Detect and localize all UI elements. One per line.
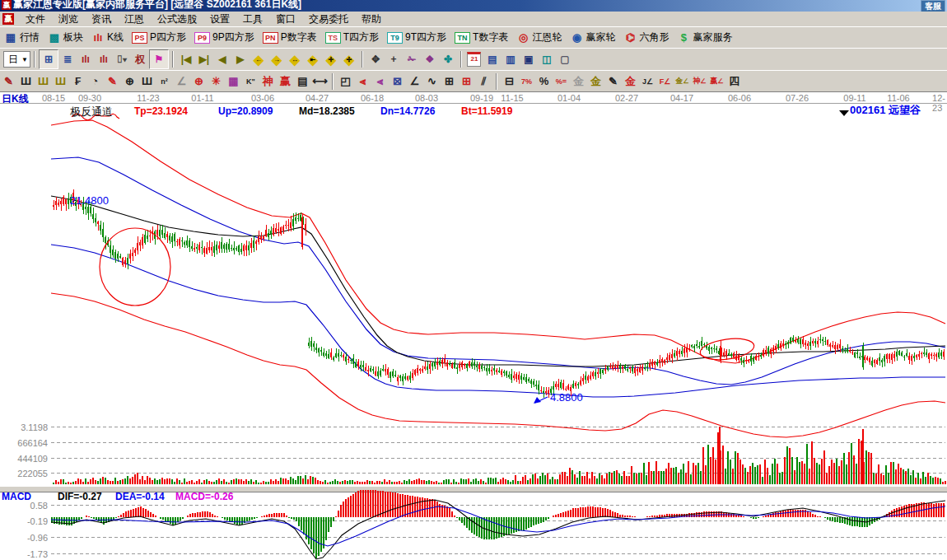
notes-button[interactable]: ▥	[501, 50, 520, 68]
flags-button[interactable]: ⚑	[149, 49, 169, 69]
menu-item-gann[interactable]: 江恩	[118, 12, 151, 27]
menu-item-news[interactable]: 资讯	[85, 12, 118, 27]
bars-9-button[interactable]: ılı	[95, 50, 113, 68]
grid-red-button[interactable]: ⊞	[458, 72, 475, 90]
degree-circle-button[interactable]: ⊕	[121, 72, 138, 90]
shen-angle-button[interactable]: 神∠	[691, 72, 708, 90]
toolbar-button-gann-wheel[interactable]: ◎江恩轮	[512, 29, 566, 47]
menu-item-file[interactable]: 文件	[19, 12, 52, 27]
seven-pct-button[interactable]: 7%	[518, 72, 535, 90]
menu-item-trade[interactable]: 交易委托	[302, 12, 355, 27]
grid-box-button[interactable]: ▦	[225, 72, 242, 90]
cut-tool-button[interactable]: ✁	[403, 50, 421, 68]
grid-black-button[interactable]: ⊞	[441, 72, 458, 90]
span-arrow-button[interactable]: ⟷	[311, 72, 329, 90]
angle-ghost-button[interactable]: ∠	[173, 72, 190, 90]
toolbar-button-9t-square[interactable]: T99T四方形	[383, 29, 450, 47]
crosshair-tool-button[interactable]: +	[385, 50, 403, 68]
chart-area[interactable]: 日K线 极反通道 002161 远望谷 08-1509-3011-2301-11…	[0, 91, 947, 560]
slant-lines-button[interactable]: ⫽	[475, 72, 492, 90]
toolbar-button-winner-service[interactable]: $赢家服务	[673, 29, 736, 47]
last-bar-button[interactable]: ▶|	[195, 50, 213, 68]
pen-black-button[interactable]: ✎	[604, 72, 622, 90]
shen-ruler-button[interactable]: 神	[259, 72, 277, 90]
red-fan-button[interactable]: ⪡	[354, 72, 371, 90]
gold-circle-button[interactable]: 金	[570, 72, 587, 90]
red-circle-button[interactable]: ⊕	[190, 72, 208, 90]
pct-lines-button[interactable]: %=	[553, 72, 570, 90]
scale-button[interactable]: ⊟	[501, 72, 518, 90]
gann-pavilion-button[interactable]: ❖	[421, 50, 439, 68]
net-update-button[interactable]: ◫	[538, 50, 556, 68]
gold-angle-button[interactable]: 金∠	[674, 72, 691, 90]
t-table-icon: TN	[455, 32, 470, 44]
zoom-horizontal-button[interactable]: ◆↔	[286, 50, 304, 68]
pct-button[interactable]: %	[535, 72, 553, 90]
n2-button[interactable]: n²	[156, 72, 173, 90]
period-selector[interactable]: 日 ▼	[3, 51, 30, 68]
expand-button[interactable]: ◆✛	[322, 50, 340, 68]
remote-pc-button[interactable]: ▢	[556, 50, 574, 68]
fit-all-button[interactable]: ◆✢	[340, 50, 358, 68]
toolbar-button-sectors[interactable]: ▩板块	[44, 29, 87, 47]
red-pen-button[interactable]: ✎	[104, 72, 121, 90]
toolbar-button-t-table[interactable]: TNT数字表	[450, 29, 512, 47]
toolbar-button-p-square[interactable]: PSP四方形	[128, 29, 190, 47]
toolbar-button-market-quotes[interactable]: ▦行情	[0, 29, 44, 47]
toolbar-button-winner-wheel[interactable]: ◉赢家轮	[566, 29, 619, 47]
n2-icon: n²	[161, 77, 168, 86]
next-bar-button[interactable]: ▶	[231, 50, 250, 68]
fibo-ruler-button[interactable]: ₣	[69, 72, 86, 90]
toolbar-button-t-square[interactable]: TST四方形	[321, 29, 383, 47]
j-angle-button[interactable]: J∠	[639, 72, 656, 90]
shift-left-button[interactable]: ◆←	[250, 50, 268, 68]
toolbar-button-hexagon[interactable]: ⌬六角形	[619, 29, 673, 47]
menu-item-browse[interactable]: 浏览	[52, 12, 85, 27]
quote-list-button[interactable]: ≣	[58, 50, 77, 68]
grid-123-button[interactable]: ▤	[294, 72, 311, 90]
gann-web-button[interactable]: ✤	[439, 50, 457, 68]
k-quote-button[interactable]: K"	[242, 72, 259, 90]
gold-ruler-1-button[interactable]: Ш	[35, 72, 52, 90]
main-window-button[interactable]: ⊞	[39, 49, 58, 69]
purple-fan-button[interactable]: ⪡	[371, 72, 389, 90]
compress-button[interactable]: ◆⇤	[304, 50, 322, 68]
angle-lines-button[interactable]: ∠	[406, 72, 423, 90]
adjust-rights-button[interactable]: 权	[131, 50, 149, 68]
box-corner-button[interactable]: ◰	[337, 72, 354, 90]
comb-button[interactable]: Ш	[138, 72, 156, 90]
menu-item-formula-picker[interactable]: 公式选股	[151, 12, 203, 27]
si-button[interactable]: 四	[725, 72, 743, 90]
toolbar-button-kline-chart[interactable]: ılıK线	[87, 29, 128, 47]
calendar-button[interactable]: 21	[465, 50, 483, 68]
ying-ruler-button[interactable]: 赢	[277, 72, 294, 90]
time-ruler-button[interactable]: Ш	[17, 72, 35, 90]
menu-item-window[interactable]: 窗口	[269, 12, 302, 27]
spiral-button[interactable]: ◔	[86, 72, 104, 90]
prev-bar-button[interactable]: ◀	[213, 50, 231, 68]
box-fan-button[interactable]: ⊠	[389, 72, 406, 90]
ying-angle-button[interactable]: 赢∠	[708, 72, 725, 90]
gold-ruler-2-button[interactable]: Ш	[52, 72, 69, 90]
gold-red-button[interactable]: 金	[622, 72, 639, 90]
toolbar-button-p-table[interactable]: PNP数字表	[259, 29, 321, 47]
customer-service-button[interactable]: 客服	[921, 0, 945, 12]
bars-3-button[interactable]: ılı	[77, 50, 95, 68]
save-button[interactable]: ▣	[520, 50, 538, 68]
stock-label[interactable]: 002161 远望谷	[850, 103, 921, 118]
menu-item-settings[interactable]: 设置	[203, 12, 236, 27]
zigzag-button[interactable]: ∿	[423, 72, 441, 90]
calculator-button[interactable]: ▤	[483, 50, 501, 68]
hand-tool-button[interactable]: ✥	[366, 50, 385, 68]
pen-tool-button[interactable]: ✎	[0, 72, 17, 90]
first-bar-button[interactable]: |◀	[177, 50, 195, 68]
toolbar-button-9p-square[interactable]: P99P四方形	[190, 29, 259, 47]
gold-lines-button[interactable]: 金	[587, 72, 604, 90]
menu-item-tools[interactable]: 工具	[236, 12, 269, 27]
web-button[interactable]: ✳	[208, 72, 225, 90]
shift-right-button[interactable]: ◆→	[268, 50, 286, 68]
f-angle-button[interactable]: F∠	[656, 72, 674, 90]
menu-item-help[interactable]: 帮助	[355, 12, 388, 27]
p-square-icon: PS	[132, 32, 147, 44]
candle-style-button[interactable]: ⌷▾	[113, 50, 131, 68]
